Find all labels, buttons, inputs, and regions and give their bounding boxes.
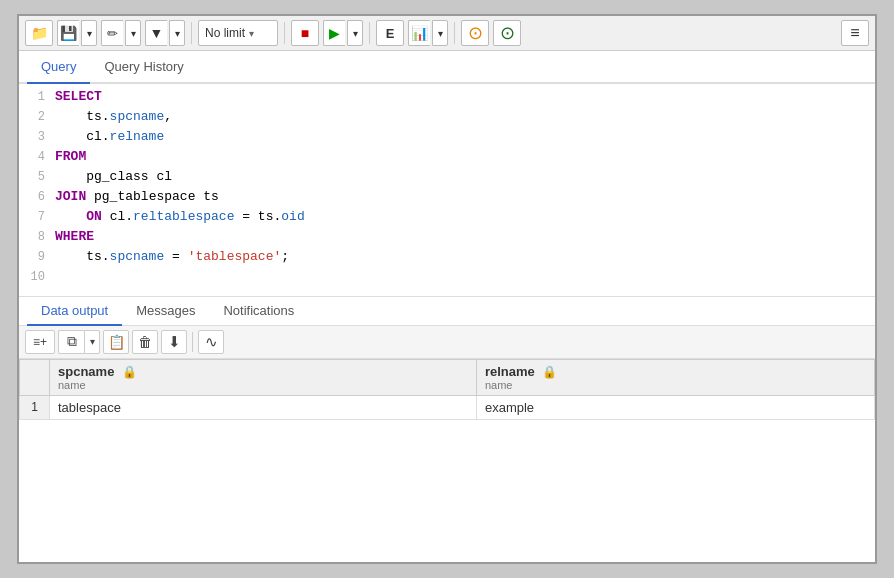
chart-btn[interactable]: 📊 (408, 20, 430, 46)
data-table: spcname 🔒 name relname 🔒 name 1 tablespa… (19, 359, 875, 420)
col-spcname-lock-icon: 🔒 (122, 365, 137, 379)
sep4 (454, 22, 455, 44)
tab-messages[interactable]: Messages (122, 297, 209, 326)
line-num-1: 1 (19, 90, 55, 104)
line-num-10: 10 (19, 270, 55, 284)
save-btn[interactable]: 💾 (57, 20, 79, 46)
run-btn[interactable]: ▶ (323, 20, 345, 46)
code-line-1: 1 SELECT (19, 88, 875, 108)
code-line-2: 2 ts.spcname, (19, 108, 875, 128)
main-window: 📁 💾 ▾ ✏ ▾ ▼ ▾ N (17, 14, 877, 564)
conn2-icon: ⊙ (500, 22, 515, 44)
tab-messages-label: Messages (136, 303, 195, 318)
out-sep1 (192, 332, 193, 352)
line-num-3: 3 (19, 130, 55, 144)
run-chevron-icon: ▾ (353, 28, 358, 39)
line-content-9: ts.spcname = 'tablespace'; (55, 249, 875, 264)
run-group: ▶ ▾ (323, 20, 363, 46)
filter-dropdown-btn[interactable]: ▾ (169, 20, 185, 46)
code-editor[interactable]: 1 SELECT 2 ts.spcname, 3 cl.relname 4 FR… (19, 84, 875, 297)
filter-icon: ▼ (150, 25, 164, 41)
explain-icon: E (386, 26, 395, 41)
col-relname-label: relname (485, 364, 535, 379)
line-content-1: SELECT (55, 89, 875, 104)
save-data-icon: ⬇ (168, 333, 181, 351)
stop-btn[interactable]: ■ (291, 20, 319, 46)
edit-dropdown-btn[interactable]: ▾ (125, 20, 141, 46)
sep3 (369, 22, 370, 44)
tab-notifications[interactable]: Notifications (209, 297, 308, 326)
cell-relname-1: example (476, 395, 874, 419)
save-dropdown-btn[interactable]: ▾ (81, 20, 97, 46)
filter-chevron-icon: ▾ (175, 28, 180, 39)
line-content-8: WHERE (55, 229, 875, 244)
line-num-2: 2 (19, 110, 55, 124)
line-num-5: 5 (19, 170, 55, 184)
add-row-btn[interactable]: ≡+ (25, 330, 55, 354)
limit-dropdown[interactable]: No limit ▾ (198, 20, 278, 46)
tab-query[interactable]: Query (27, 51, 90, 84)
limit-label: No limit (205, 26, 245, 40)
chart-dropdown-btn[interactable]: ▾ (432, 20, 448, 46)
run-dropdown-btn[interactable]: ▾ (347, 20, 363, 46)
conn1-icon: ⊙ (468, 22, 483, 44)
graph-btn[interactable]: ∿ (198, 330, 224, 354)
filter-btn[interactable]: ▼ (145, 20, 167, 46)
save-chevron-icon: ▾ (87, 28, 92, 39)
tab-data-output[interactable]: Data output (27, 297, 122, 326)
tab-notifications-label: Notifications (223, 303, 294, 318)
col-header-spcname: spcname 🔒 name (50, 359, 477, 395)
tab-query-history[interactable]: Query History (90, 51, 197, 84)
open-folder-btn[interactable]: 📁 (25, 20, 53, 46)
line-num-7: 7 (19, 210, 55, 224)
code-line-6: 6 JOIN pg_tablespace ts (19, 188, 875, 208)
cell-spcname-1: tablespace (50, 395, 477, 419)
code-line-10: 10 (19, 268, 875, 288)
copy-group: ⧉ ▾ (58, 330, 100, 354)
line-content-6: JOIN pg_tablespace ts (55, 189, 875, 204)
save-data-btn[interactable]: ⬇ (161, 330, 187, 354)
limit-chevron-icon: ▾ (249, 28, 254, 39)
edit-chevron-icon: ▾ (131, 28, 136, 39)
chart-group: 📊 ▾ (408, 20, 448, 46)
graph-icon: ∿ (205, 333, 218, 351)
line-num-9: 9 (19, 250, 55, 264)
code-line-7: 7 ON cl.reltablespace = ts.oid (19, 208, 875, 228)
explain-btn[interactable]: E (376, 20, 404, 46)
paste-btn[interactable]: 📋 (103, 330, 129, 354)
data-table-wrapper: spcname 🔒 name relname 🔒 name 1 tablespa… (19, 359, 875, 563)
sep2 (284, 22, 285, 44)
line-content-4: FROM (55, 149, 875, 164)
line-content-2: ts.spcname, (55, 109, 875, 124)
bottom-tabs: Data output Messages Notifications (19, 297, 875, 326)
line-num-8: 8 (19, 230, 55, 244)
chart-icon: 📊 (411, 25, 428, 41)
delete-btn[interactable]: 🗑 (132, 330, 158, 354)
tab-query-label: Query (41, 59, 76, 74)
code-line-9: 9 ts.spcname = 'tablespace'; (19, 248, 875, 268)
col-relname-type: name (485, 379, 866, 391)
copy-icon: ⧉ (67, 333, 77, 350)
line-num-4: 4 (19, 150, 55, 164)
row-num-1: 1 (20, 395, 50, 419)
line-content-3: cl.relname (55, 129, 875, 144)
line-content-7: ON cl.reltablespace = ts.oid (55, 209, 875, 224)
folder-icon: 📁 (31, 25, 48, 41)
col-spcname-label: spcname (58, 364, 114, 379)
sep1 (191, 22, 192, 44)
code-line-8: 8 WHERE (19, 228, 875, 248)
copy-dropdown-btn[interactable]: ▾ (84, 330, 100, 354)
conn2-btn[interactable]: ⊙ (493, 20, 521, 46)
edit-btn[interactable]: ✏ (101, 20, 123, 46)
delete-icon: 🗑 (138, 334, 152, 350)
run-icon: ▶ (329, 25, 340, 41)
save-icon: 💾 (60, 25, 77, 41)
menu-icon: ≡ (850, 24, 859, 42)
menu-btn[interactable]: ≡ (841, 20, 869, 46)
paste-icon: 📋 (108, 334, 125, 350)
copy-btn[interactable]: ⧉ (58, 330, 84, 354)
col-relname-lock-icon: 🔒 (542, 365, 557, 379)
row-num-header (20, 359, 50, 395)
conn1-btn[interactable]: ⊙ (461, 20, 489, 46)
table-row: 1 tablespace example (20, 395, 875, 419)
